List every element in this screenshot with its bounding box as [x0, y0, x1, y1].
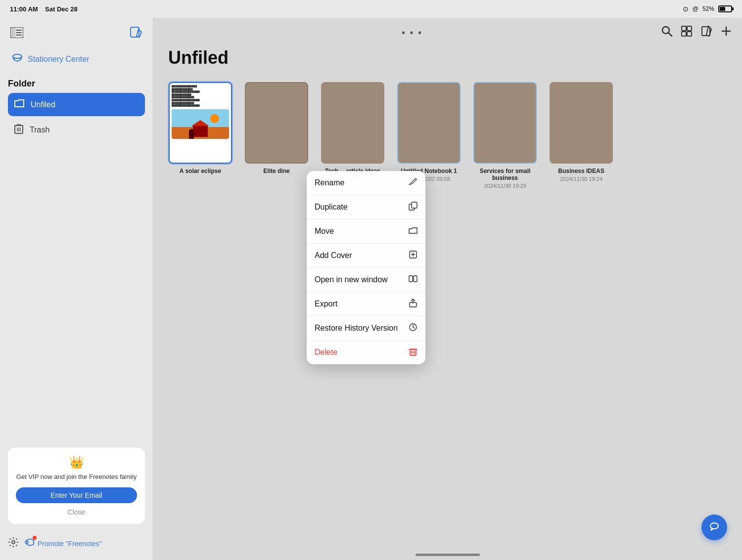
battery-label: 52%: [702, 5, 714, 12]
note-date-business-ideas: 2024/11/30 19:24: [560, 176, 603, 182]
menu-item-move[interactable]: Move: [307, 219, 425, 244]
chat-fab-button[interactable]: [701, 515, 727, 540]
menu-label-open-new-window: Open in new window: [315, 275, 388, 284]
signal-icon: @: [693, 5, 698, 12]
export-icon: [409, 299, 417, 309]
menu-item-rename[interactable]: Rename: [307, 171, 425, 195]
thumb-text: ██████████████████ ███████████████ █████…: [172, 85, 229, 107]
menu-label-restore-history: Restore History Version: [315, 324, 398, 333]
note-card-business-ideas[interactable]: Business IDEAS 2024/11/30 19:24: [549, 82, 613, 189]
app-container: Stationery Center Folder Unfiled: [0, 18, 742, 560]
note-thumbnail-services: [473, 82, 537, 164]
menu-label-move: Move: [315, 227, 334, 236]
note-thumbnail-elite-dine: [245, 82, 308, 164]
note-thumbnail-tech-article: [321, 82, 384, 164]
menu-label-add-cover: Add Cover: [315, 251, 352, 260]
folder-section: Folder Unfiled: [0, 71, 153, 147]
menu-label-delete: Delete: [315, 348, 337, 357]
menu-item-export[interactable]: Export: [307, 292, 425, 316]
menu-label-duplicate: Duplicate: [315, 203, 348, 212]
menu-label-rename: Rename: [315, 178, 344, 187]
svg-rect-4: [16, 35, 22, 36]
note-date-services: 2024/11/30 19:29: [484, 183, 526, 189]
promote-label: Promote "Freenotes": [38, 540, 102, 548]
unfiled-icon: [14, 98, 25, 111]
menu-item-duplicate[interactable]: Duplicate: [307, 195, 425, 219]
vip-close-button[interactable]: Close: [16, 508, 137, 516]
note-title-services: Services for small business: [473, 168, 537, 181]
menu-item-delete[interactable]: Delete: [307, 341, 425, 364]
note-card-elite-dine[interactable]: Elite dine: [244, 82, 309, 189]
svg-rect-0: [10, 27, 15, 38]
main-toolbar: • • •: [153, 18, 742, 47]
search-button[interactable]: [661, 25, 673, 40]
svg-rect-23: [682, 32, 686, 36]
thumb-person: [189, 129, 194, 139]
svg-line-20: [669, 33, 672, 37]
promote-link[interactable]: Promote "Freenotes": [25, 537, 102, 550]
sidebar-spacer: [0, 147, 153, 440]
page-title: Unfiled: [168, 47, 229, 68]
note-title-business-ideas: Business IDEAS: [558, 168, 604, 174]
thumb-image: [172, 109, 229, 139]
svg-rect-3: [16, 32, 22, 33]
svg-rect-25: [702, 27, 710, 36]
menu-item-restore-history[interactable]: Restore History Version: [307, 316, 425, 341]
toolbar-right: [661, 25, 732, 40]
note-title-solar-eclipse: A solar eclipse: [180, 168, 221, 174]
promote-icon: [25, 537, 36, 550]
sidebar-header: [0, 18, 153, 47]
grid-view-button[interactable]: [681, 25, 693, 40]
move-icon: [409, 226, 417, 237]
trash-label: Trash: [30, 126, 49, 134]
vip-email-button[interactable]: Enter Your Email: [16, 487, 137, 503]
stationery-label: Stationery Center: [28, 55, 90, 64]
status-bar: 11:00 AM Sat Dec 28 ⊙ @ 52%: [0, 0, 742, 18]
status-time: 11:00 AM: [10, 5, 38, 13]
thumb-house: [193, 125, 208, 137]
menu-item-add-cover[interactable]: Add Cover: [307, 244, 425, 268]
more-options-button[interactable]: • • •: [402, 27, 422, 39]
toolbar-center: • • •: [402, 27, 422, 39]
thumb-sun: [210, 114, 219, 123]
add-button[interactable]: [720, 25, 732, 40]
settings-button[interactable]: [8, 537, 19, 550]
battery-icon: [718, 5, 732, 12]
edit-button[interactable]: [700, 25, 712, 40]
open-new-window-icon: [409, 274, 417, 285]
note-thumbnail-business-ideas: [550, 82, 613, 164]
note-title-elite-dine: Elite dine: [263, 168, 289, 174]
wifi-icon: ⊙: [683, 5, 689, 13]
menu-item-open-new-window[interactable]: Open in new window: [307, 268, 425, 292]
svg-rect-24: [687, 32, 692, 36]
compose-button[interactable]: [127, 24, 145, 42]
vip-promo-box: 👑 Get VIP now and join the Freenotes fam…: [8, 448, 145, 524]
sidebar-item-stationery-center[interactable]: Stationery Center: [4, 47, 149, 71]
sidebar-item-unfiled[interactable]: Unfiled: [8, 93, 145, 116]
sidebar-bottom: Promote "Freenotes": [0, 532, 153, 560]
note-card-solar-eclipse[interactable]: ██████████████████ ███████████████ █████…: [168, 82, 232, 189]
note-thumbnail-solar-eclipse: ██████████████████ ███████████████ █████…: [169, 82, 232, 164]
sidebar-item-trash[interactable]: Trash: [8, 118, 145, 141]
trash-icon: [14, 123, 24, 136]
note-card-services[interactable]: Services for small business 2024/11/30 1…: [473, 82, 537, 189]
folder-title: Folder: [8, 79, 145, 89]
home-indicator: [416, 554, 480, 556]
sidebar-toggle-button[interactable]: [8, 24, 26, 42]
vip-text: Get VIP now and join the Freenotes famil…: [16, 473, 137, 481]
status-date: Sat Dec 28: [45, 5, 78, 13]
unfiled-label: Unfiled: [31, 100, 55, 109]
notes-grid: ██████████████████ ███████████████ █████…: [163, 77, 732, 194]
svg-point-6: [13, 54, 22, 58]
add-cover-icon: [409, 250, 417, 261]
main-content: • • •: [153, 18, 742, 560]
svg-line-28: [416, 178, 417, 179]
vip-crown-icon: 👑: [16, 456, 137, 470]
restore-history-icon: [409, 323, 417, 334]
context-menu: Rename Duplicate: [307, 171, 425, 364]
menu-label-export: Export: [315, 300, 337, 308]
svg-rect-31: [412, 202, 417, 208]
svg-rect-36: [414, 276, 417, 282]
sidebar: Stationery Center Folder Unfiled: [0, 18, 153, 560]
svg-rect-22: [687, 26, 692, 31]
